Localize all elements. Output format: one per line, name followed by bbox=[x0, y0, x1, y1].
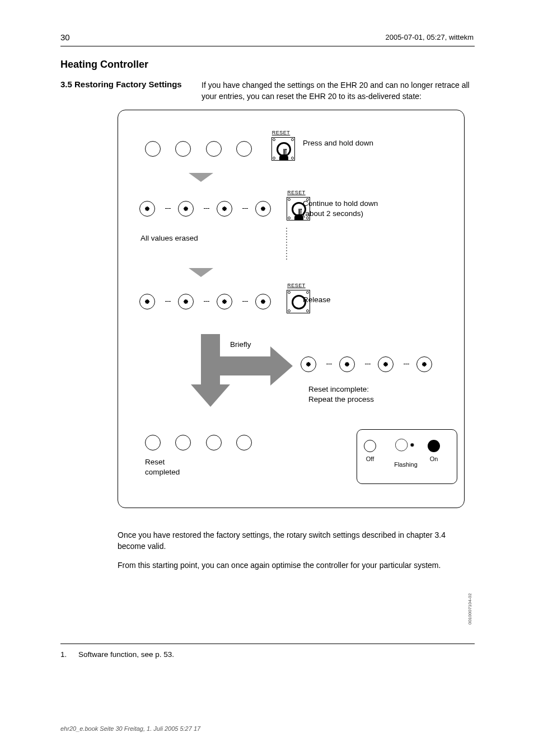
intro-paragraph: If you have changed the settings on the … bbox=[202, 79, 476, 102]
doc-title: Heating Controller bbox=[60, 59, 148, 71]
legend-box: Off Flashing On bbox=[357, 429, 457, 484]
led-flash-icon bbox=[211, 195, 238, 222]
doc-id: 0010007104-02 bbox=[467, 593, 474, 624]
footnote-text: Software function, see p. 53. bbox=[78, 649, 174, 660]
led-flash-icon bbox=[250, 288, 277, 315]
row1-label: Press and hold down bbox=[303, 138, 373, 148]
led-flash-icon bbox=[391, 434, 412, 456]
legend-flashing-label: Flashing bbox=[391, 461, 421, 468]
row-result-leds-off bbox=[145, 435, 264, 450]
led-flash-icon bbox=[172, 195, 199, 222]
led-flash-icon bbox=[372, 351, 399, 378]
result-fail-label: Reset incomplete: Repeat the process bbox=[308, 384, 374, 405]
row-2-leds-flash: RESET bbox=[134, 195, 310, 222]
led-off-icon bbox=[145, 141, 161, 157]
led-flash-icon bbox=[134, 288, 161, 315]
led-flash-icon bbox=[172, 288, 199, 315]
arrow-down-small-icon bbox=[189, 173, 213, 182]
led-off-icon bbox=[175, 435, 191, 450]
page-number: 30 bbox=[60, 32, 70, 42]
section-heading: 3.5 Restoring Factory Settings bbox=[60, 79, 182, 89]
header-meta: 2005-07-01, 05:27, wittekm bbox=[385, 32, 474, 43]
footnote-number: 1. bbox=[60, 649, 67, 660]
source-filepath: ehr20_e.book Seite 30 Freitag, 1. Juli 2… bbox=[60, 725, 200, 734]
led-off-icon bbox=[175, 141, 191, 157]
led-off-icon bbox=[236, 141, 252, 157]
legend-off-label: Off bbox=[364, 456, 376, 462]
led-flash-icon bbox=[334, 351, 360, 378]
led-off-icon bbox=[364, 440, 376, 452]
header-rule bbox=[60, 46, 475, 46]
led-off-icon bbox=[145, 435, 161, 450]
row2-label-a: Continue to hold down bbox=[303, 199, 378, 209]
led-off-icon bbox=[206, 141, 222, 157]
led-flash-icon bbox=[134, 195, 161, 222]
led-flash-icon bbox=[295, 351, 322, 378]
row4-label: All values erased bbox=[140, 233, 198, 243]
paragraph-1: Once you have restored the factory setti… bbox=[118, 529, 465, 552]
led-on-icon bbox=[428, 440, 440, 452]
result-ok-label: Reset completed bbox=[145, 457, 180, 477]
reset-diagram-frame: RESET Press and hold down bbox=[118, 110, 465, 508]
led-off-icon bbox=[236, 435, 252, 450]
arrow-down-small-icon bbox=[189, 268, 213, 277]
row-branch-leds-flash bbox=[295, 351, 441, 378]
row3-label: Release bbox=[303, 295, 331, 305]
reset-label: RESET bbox=[287, 283, 306, 288]
row-1-leds-off: RESET bbox=[145, 137, 295, 161]
led-flash-icon bbox=[211, 288, 238, 315]
reset-label: RESET bbox=[272, 130, 291, 135]
arrow-right-label: Briefly bbox=[230, 340, 251, 350]
led-flash-icon bbox=[411, 351, 438, 378]
footnote-rule bbox=[60, 644, 475, 644]
led-off-icon bbox=[206, 435, 222, 450]
reset-button-press: RESET bbox=[271, 137, 295, 161]
row2-label-b: (about 2 seconds) bbox=[303, 209, 363, 219]
led-flash-icon bbox=[250, 195, 277, 222]
reset-label: RESET bbox=[287, 190, 306, 195]
row-3-leds-flash: RESET bbox=[134, 288, 310, 315]
dotted-line-icon bbox=[286, 228, 287, 261]
paragraph-2: From this starting point, you can once a… bbox=[118, 560, 465, 571]
legend-on-label: On bbox=[428, 456, 440, 462]
